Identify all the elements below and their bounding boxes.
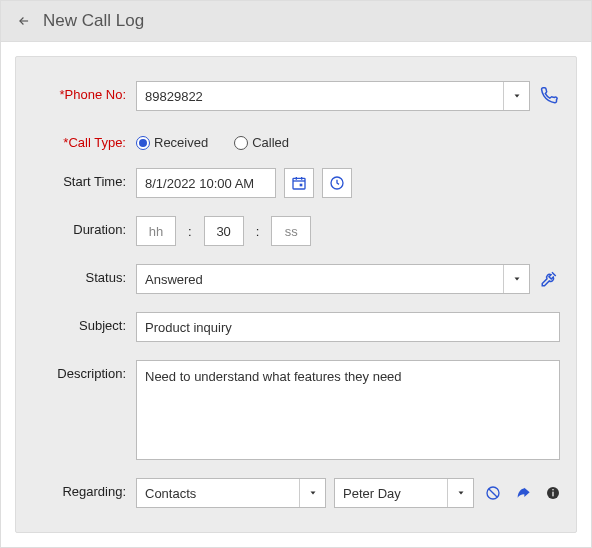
regarding-goto-button[interactable] xyxy=(512,482,534,504)
caret-down-icon xyxy=(308,488,318,498)
duration-label: Duration: xyxy=(26,216,136,237)
duration-minutes-input[interactable] xyxy=(204,216,244,246)
regarding-record-combo[interactable]: Peter Day xyxy=(334,478,474,508)
calltype-called-text: Called xyxy=(252,135,289,150)
page-header: New Call Log xyxy=(0,0,592,42)
regarding-record-value: Peter Day xyxy=(343,486,401,501)
subject-input[interactable] xyxy=(136,312,560,342)
regarding-clear-button[interactable] xyxy=(482,482,504,504)
form-panel: *Phone No: 89829822 *Call Type: Rec xyxy=(15,56,577,533)
caret-down-icon xyxy=(456,488,466,498)
tools-icon xyxy=(540,270,558,288)
regarding-record-caret[interactable] xyxy=(447,479,473,507)
calltype-called-radio[interactable] xyxy=(234,136,248,150)
starttime-input[interactable]: 8/1/2022 10:00 AM xyxy=(136,168,276,198)
subject-label: Subject: xyxy=(26,312,136,333)
share-arrow-icon xyxy=(515,485,531,501)
arrow-left-icon xyxy=(17,14,31,28)
svg-rect-6 xyxy=(552,489,553,490)
svg-rect-0 xyxy=(293,178,305,189)
back-button[interactable] xyxy=(15,12,33,30)
status-label: Status: xyxy=(26,264,136,285)
regarding-label: Regarding: xyxy=(26,478,136,499)
calltype-received-text: Received xyxy=(154,135,208,150)
status-dropdown-caret[interactable] xyxy=(503,265,529,293)
status-combo[interactable]: Answered xyxy=(136,264,530,294)
phone-icon xyxy=(540,87,558,105)
description-textarea[interactable] xyxy=(136,360,560,460)
status-value: Answered xyxy=(145,272,203,287)
time-picker-button[interactable] xyxy=(322,168,352,198)
calendar-icon xyxy=(291,175,307,191)
clock-icon xyxy=(329,175,345,191)
status-tools-button[interactable] xyxy=(538,268,560,290)
svg-rect-1 xyxy=(300,184,303,187)
info-icon xyxy=(545,485,561,501)
duration-sep2: : xyxy=(252,224,264,239)
phone-dropdown-caret[interactable] xyxy=(503,82,529,110)
calltype-label: *Call Type: xyxy=(26,129,136,150)
svg-rect-5 xyxy=(552,492,553,497)
page-title: New Call Log xyxy=(43,11,144,31)
date-picker-button[interactable] xyxy=(284,168,314,198)
prohibit-icon xyxy=(485,485,501,501)
calltype-received-option[interactable]: Received xyxy=(136,135,208,150)
caret-down-icon xyxy=(512,91,522,101)
regarding-info-button[interactable] xyxy=(542,482,564,504)
calltype-received-radio[interactable] xyxy=(136,136,150,150)
duration-seconds-input[interactable] xyxy=(271,216,311,246)
phone-label: *Phone No: xyxy=(26,81,136,102)
regarding-type-value: Contacts xyxy=(145,486,196,501)
duration-sep1: : xyxy=(184,224,196,239)
call-button[interactable] xyxy=(538,85,560,107)
regarding-type-combo[interactable]: Contacts xyxy=(136,478,326,508)
starttime-label: Start Time: xyxy=(26,168,136,189)
regarding-type-caret[interactable] xyxy=(299,479,325,507)
phone-combo[interactable]: 89829822 xyxy=(136,81,530,111)
calltype-called-option[interactable]: Called xyxy=(234,135,289,150)
phone-value: 89829822 xyxy=(145,89,203,104)
caret-down-icon xyxy=(512,274,522,284)
starttime-value: 8/1/2022 10:00 AM xyxy=(145,176,254,191)
description-label: Description: xyxy=(26,360,136,381)
duration-hours-input[interactable] xyxy=(136,216,176,246)
